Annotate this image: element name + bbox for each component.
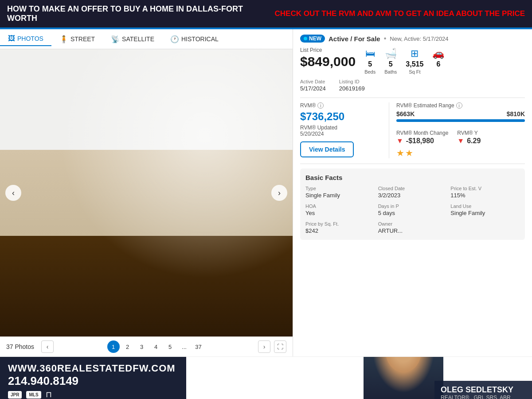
extra-value: 6	[436, 60, 440, 68]
sqft-icon: ⊞	[411, 48, 419, 59]
page-numbers: 1 2 3 4 5 ... 37	[57, 340, 254, 353]
agent-name-block: OLEG SEDLETSKY REALTOR® , GRI, SRS, ABR	[434, 381, 532, 399]
pagination-next-button[interactable]: ›	[258, 340, 270, 353]
agent-face-sim	[364, 357, 443, 399]
next-photo-button[interactable]: ›	[271, 185, 287, 201]
agent-photo-area: OLEG SEDLETSKY REALTOR® , GRI, SRS, ABR	[186, 357, 532, 399]
active-date-value: 5/17/2024	[300, 85, 326, 92]
rvm-range-low: $663K	[396, 110, 415, 117]
rvm-year-value: ▼ 6.29	[457, 137, 481, 145]
tab-photos-label: PHOTOS	[17, 35, 43, 42]
photos-icon: 🖼	[8, 35, 15, 43]
tab-satellite[interactable]: 📡 SATELLITE	[103, 32, 162, 46]
rvm-left: RVM® i $736,250 RVM® Updated 5/20/2024 V…	[300, 102, 389, 158]
fact-hoa-value: Yes	[305, 210, 315, 216]
page-last[interactable]: 37	[192, 340, 205, 353]
fact-hoa: HOA Yes	[305, 203, 375, 217]
agent-photo	[364, 357, 443, 399]
top-banner: HOW TO MAKE AN OFFER TO BUY A HOME IN DA…	[0, 0, 532, 27]
banner-left-text: HOW TO MAKE AN OFFER TO BUY A HOME IN DA…	[7, 4, 266, 23]
rvm-range-info-icon[interactable]: i	[456, 102, 462, 109]
pagination-prev-button[interactable]: ‹	[41, 340, 54, 353]
photo-section: 🖼 PHOTOS 🧍 STREET 📡 SATELLITE 🕐 HISTORIC…	[0, 29, 293, 356]
fact-land-use: Land Use Single Family	[450, 203, 520, 217]
bottom-area: WWW.360REALESTATEDFW.COM 214.940.8149 JP…	[0, 356, 532, 399]
beds-label: Beds	[364, 69, 376, 74]
baths-value: 5	[389, 60, 393, 68]
facts-grid: Type Single Family Closed Date 3/2/2023 …	[305, 186, 520, 235]
tab-street-label: STREET	[70, 35, 95, 43]
rvm-info-icon[interactable]: i	[317, 102, 324, 109]
logo-mls: MLS	[26, 391, 41, 399]
prev-photo-button[interactable]: ‹	[5, 185, 21, 201]
extra-icon: 🚗	[432, 48, 444, 59]
fact-type-label: Type	[305, 186, 375, 191]
page-3[interactable]: 3	[136, 340, 148, 353]
beds-spec: 🛏 5 Beds	[364, 48, 376, 74]
page-4[interactable]: 4	[150, 340, 162, 353]
new-badge-label: NEW	[309, 35, 321, 42]
fact-closed-date-value: 3/2/2023	[378, 192, 401, 199]
rvm-section: RVM® i $736,250 RVM® Updated 5/20/2024 V…	[300, 102, 525, 158]
agent-phone: 214.940.8149	[8, 374, 178, 388]
month-change-value: -$18,980	[406, 137, 434, 145]
active-date-label: Active Date	[300, 79, 326, 84]
fact-owner-value: ARTUR...	[378, 227, 403, 234]
baths-label: Baths	[384, 69, 397, 74]
tab-historical-label: HISTORICAL	[181, 35, 219, 43]
main-content: 🖼 PHOTOS 🧍 STREET 📡 SATELLITE 🕐 HISTORIC…	[0, 29, 532, 356]
photo-tabs: 🖼 PHOTOS 🧍 STREET 📡 SATELLITE 🕐 HISTORIC…	[0, 29, 293, 49]
equal-housing-icon: ⊓	[46, 390, 52, 399]
listing-status: Active / For Sale	[329, 35, 380, 43]
agent-website: WWW.360REALESTATEDFW.COM	[8, 363, 178, 374]
tab-photos[interactable]: 🖼 PHOTOS	[0, 32, 51, 46]
fact-type: Type Single Family	[305, 186, 375, 199]
fact-price-est-value: 115%	[450, 192, 465, 199]
fact-owner-label: Owner	[378, 221, 447, 227]
page-ellipsis: ...	[178, 340, 191, 353]
photo-pagination: 37 Photos ‹ 1 2 3 4 5 ... 37 › ⛶	[0, 336, 293, 356]
star-2: ★	[405, 148, 413, 158]
rvm-label: RVM® i	[300, 102, 382, 109]
agent-branding: WWW.360REALESTATEDFW.COM 214.940.8149 JP…	[0, 357, 186, 399]
listing-id-value: 20619169	[339, 85, 365, 92]
expand-photos-button[interactable]: ⛶	[274, 340, 286, 353]
page-1[interactable]: 1	[107, 340, 120, 353]
page-2[interactable]: 2	[121, 340, 134, 353]
rvm-range-label: RVM® Estimated Range i	[396, 102, 525, 109]
rvm-range-label-text: RVM® Estimated Range	[396, 102, 454, 109]
listing-id-item: Listing ID 20619169	[339, 79, 365, 92]
year-change-value: 6.29	[467, 137, 481, 145]
fact-days-label: Days in P	[378, 203, 447, 209]
fact-price-sqft-label: Price by Sq. Ft.	[305, 221, 375, 227]
historical-icon: 🕐	[170, 35, 179, 43]
info-section: NEW Active / For Sale • New, Active: 5/1…	[293, 29, 532, 356]
tab-satellite-label: SATELLITE	[122, 35, 154, 43]
sqft-label: Sq Ft	[409, 69, 420, 74]
specs-block: 🛏 5 Beds 🛁 5 Baths ⊞ 3,515 Sq Ft 🚗 6	[364, 47, 444, 74]
meta-row: Active Date 5/17/2024 Listing ID 2061916…	[300, 79, 525, 92]
rvm-year-section: RVM® Y ▼ 6.29	[457, 130, 481, 145]
banner-right-text: CHECK OUT THE RVM AND AVM TO GET AN IDEA…	[275, 9, 525, 18]
new-badge: NEW	[300, 35, 325, 43]
rvm-updated: RVM® Updated 5/20/2024	[300, 125, 382, 137]
fact-price-est: Price to Est. V 115%	[450, 186, 520, 199]
beds-value: 5	[368, 60, 372, 68]
divider-2	[300, 164, 525, 164]
list-price-label: List Price	[300, 47, 356, 53]
tab-street[interactable]: 🧍 STREET	[51, 32, 103, 46]
page-5[interactable]: 5	[164, 340, 176, 353]
photo-count: 37 Photos	[6, 343, 34, 350]
room-image	[0, 49, 293, 336]
agent-name: OLEG SEDLETSKY	[441, 385, 526, 395]
baths-icon: 🛁	[385, 48, 397, 59]
rvm-month-section: RVM® Month Change ▼ -$18,980	[396, 130, 448, 145]
rvm-right: RVM® Estimated Range i $663K $810K RVM® …	[389, 102, 525, 158]
fact-price-est-label: Price to Est. V	[450, 186, 520, 191]
view-details-button[interactable]: View Details	[300, 141, 354, 157]
rvm-bottom-row: RVM® Month Change ▼ -$18,980 RVM® Y ▼ 6.…	[396, 126, 525, 145]
photo-display: ‹ ›	[0, 49, 293, 336]
fact-land-use-value: Single Family	[450, 210, 485, 216]
tab-historical[interactable]: 🕐 HISTORICAL	[162, 32, 227, 46]
year-down-arrow: ▼	[457, 137, 464, 145]
